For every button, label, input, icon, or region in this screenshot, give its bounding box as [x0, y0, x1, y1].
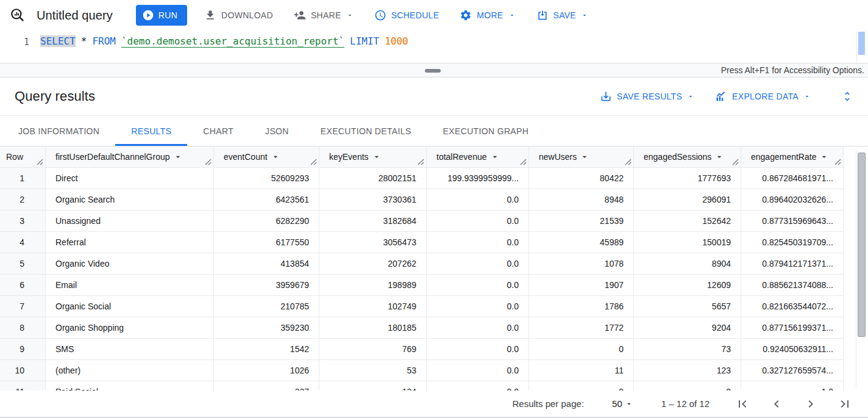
chevron-down-icon [803, 93, 811, 100]
accessibility-hint: Press Alt+F1 for Accessibility Options. [721, 65, 864, 75]
table-row: 8 Organic Shopping 359230 180185 0.0 177… [0, 317, 843, 339]
table-cell: 1786 [529, 296, 634, 317]
first-page-button[interactable] [735, 397, 750, 411]
table-cell: 0.0 [427, 296, 529, 317]
column-menu-icon[interactable] [372, 152, 382, 162]
save-results-button[interactable]: SAVE RESULTS [600, 90, 694, 103]
column-menu-icon[interactable] [714, 152, 724, 162]
sql-code-line[interactable]: 1 SELECT*FROM`demo.demoset.user_acquisit… [0, 31, 868, 49]
query-title[interactable]: Untitled query [37, 9, 113, 23]
download-button[interactable]: DOWNLOAD [201, 4, 277, 26]
table-cell: 3730361 [319, 189, 427, 211]
table-row: 11 Paid Social 337 134 0.0 0 0 1.0 [0, 381, 843, 391]
column-resize-handle[interactable] [834, 159, 841, 165]
table-cell: 0.0 [427, 232, 529, 253]
clock-icon [374, 9, 386, 21]
table-header-row: Row firstUserDefaultChannelGroup eventCo… [0, 146, 843, 168]
previous-page-button[interactable] [769, 397, 784, 411]
table-cell: 0 [634, 381, 741, 391]
person-add-icon [294, 9, 306, 21]
expand-results-button[interactable] [841, 90, 853, 103]
column-resize-handle[interactable] [520, 159, 527, 165]
row-column-header: Row [0, 146, 46, 168]
table-row: 4 Referral 6177550 3056473 0.0 45989 150… [0, 232, 843, 253]
sql-text[interactable]: SELECT*FROM`demo.demoset.user_acquisitio… [29, 34, 408, 49]
tab-json[interactable]: JSON [249, 116, 305, 146]
table-cell: 6282290 [214, 211, 319, 232]
column-menu-icon[interactable] [490, 152, 500, 162]
table-cell: 0.0 [427, 339, 529, 360]
column-menu-icon[interactable] [819, 152, 829, 162]
column-menu-icon[interactable] [271, 152, 280, 162]
results-scrollbar-thumb[interactable] [858, 153, 866, 337]
save-button[interactable]: SAVE [533, 4, 592, 26]
table-row: 9 SMS 1542 769 0.0 0 73 0.924050632911..… [0, 339, 843, 360]
table-cell: 8948 [529, 189, 634, 211]
tab-execution-details[interactable]: EXECUTION DETAILS [305, 116, 427, 146]
table-cell: 80422 [529, 168, 634, 189]
editor-scrollbar-thumb[interactable] [858, 32, 865, 55]
table-cell: 6177550 [214, 232, 319, 253]
column-header: firstUserDefaultChannelGroup [46, 146, 214, 168]
schedule-button[interactable]: SCHEDULE [371, 4, 443, 26]
table-cell: 9204 [634, 317, 741, 339]
column-resize-handle[interactable] [37, 159, 43, 165]
query-editor-toolbar: Untitled query RUN DOWNLOAD SHARE SCHEDU… [0, 0, 868, 31]
table-cell: 52609293 [214, 168, 319, 189]
tab-results[interactable]: RESULTS [115, 116, 187, 146]
table-row: 3 Unassigned 6282290 3182684 0.0 21539 1… [0, 211, 843, 232]
table-cell: 53 [319, 360, 427, 381]
editor-scrollbar[interactable] [856, 31, 866, 63]
column-header-label: newUsers [539, 152, 577, 162]
sql-editor[interactable]: 1 SELECT*FROM`demo.demoset.user_acquisit… [0, 31, 868, 63]
page-range: 1 – 12 of 12 [661, 398, 710, 409]
row-number: 1 [0, 168, 46, 189]
tab-execution-graph[interactable]: EXECUTION GRAPH [427, 116, 545, 146]
results-scrollbar[interactable] [843, 146, 868, 391]
column-menu-icon[interactable] [173, 152, 183, 162]
last-page-button[interactable] [838, 397, 852, 411]
table-cell: 1542 [214, 339, 319, 360]
run-button[interactable]: RUN [136, 5, 187, 26]
column-header-label: engagementRate [751, 152, 816, 162]
page-size-select[interactable]: 50 [612, 398, 633, 409]
next-page-button[interactable] [803, 397, 818, 411]
table-cell: 1078 [529, 253, 634, 275]
results-table: Row firstUserDefaultChannelGroup eventCo… [0, 146, 868, 391]
sql-keyword-select: SELECT [40, 35, 76, 47]
column-resize-handle[interactable] [625, 159, 631, 165]
column-header-label: eventCount [224, 152, 268, 162]
last-page-icon [838, 397, 852, 411]
table-cell: 210785 [214, 296, 319, 317]
query-icon [10, 7, 26, 23]
tab-job-information[interactable]: JOB INFORMATION [2, 116, 115, 146]
row-number: 3 [0, 211, 46, 232]
sql-table-reference[interactable]: `demo.demoset.user_acquisition_report` [121, 35, 344, 47]
column-resize-handle[interactable] [732, 159, 739, 165]
tab-chart[interactable]: CHART [187, 116, 249, 146]
more-button[interactable]: MORE [456, 4, 519, 26]
column-resize-handle[interactable] [205, 159, 212, 165]
pane-resize-handle[interactable] [425, 69, 441, 73]
column-menu-icon[interactable] [580, 152, 589, 162]
table-cell: 28002151 [319, 168, 427, 189]
table-cell: 1777693 [634, 168, 741, 189]
row-number: 4 [0, 232, 46, 253]
column-header: engagedSessions [634, 146, 741, 168]
results-scrollbar-track[interactable] [856, 150, 866, 387]
explore-data-button[interactable]: EXPLORE DATA [715, 90, 811, 103]
table-cell: Referral [46, 232, 214, 253]
column-resize-handle[interactable] [310, 159, 317, 165]
first-page-icon [735, 397, 750, 411]
download-icon [204, 9, 216, 21]
table-cell: 1907 [529, 275, 634, 296]
table-cell: 0.0 [427, 317, 529, 339]
table-cell: 3959679 [214, 275, 319, 296]
column-resize-handle[interactable] [418, 159, 424, 165]
row-number: 9 [0, 339, 46, 360]
explore-data-icon [715, 90, 727, 103]
schedule-label: SCHEDULE [391, 10, 439, 20]
table-cell: 21539 [529, 211, 634, 232]
table-row: 6 Email 3959679 198989 0.0 1907 12609 0.… [0, 275, 843, 296]
share-button[interactable]: SHARE [290, 4, 357, 26]
